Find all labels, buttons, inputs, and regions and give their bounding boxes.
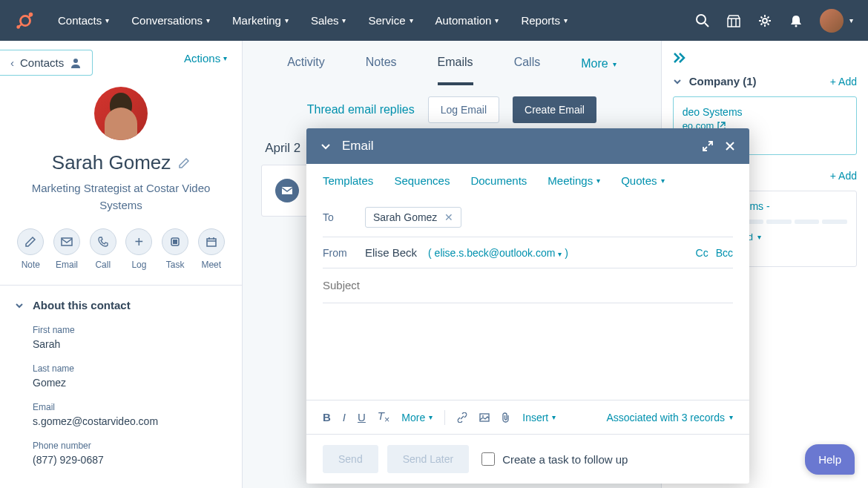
expand-icon[interactable] <box>673 52 857 64</box>
email-icon <box>275 179 299 202</box>
add-company[interactable]: + Add <box>830 76 857 88</box>
sequences-link[interactable]: Sequences <box>394 174 450 187</box>
follow-up-checkbox[interactable] <box>481 452 495 466</box>
compose-title: Email <box>342 139 691 154</box>
compose-textarea[interactable] <box>323 303 733 400</box>
log-button[interactable]: +Log <box>123 228 155 270</box>
meet-button[interactable]: Meet <box>195 228 227 270</box>
settings-icon[interactable] <box>757 13 772 28</box>
format-more[interactable]: More▾ <box>401 412 433 423</box>
last-name-label: Last name <box>33 363 227 374</box>
help-button[interactable]: Help <box>805 444 855 475</box>
attach-icon[interactable] <box>502 412 510 423</box>
insert-dropdown[interactable]: Insert▾ <box>522 412 556 423</box>
to-chip[interactable]: Sarah Gomez✕ <box>365 207 461 228</box>
cc-link[interactable]: Cc <box>696 247 708 259</box>
clear-format-icon[interactable]: T× <box>378 409 389 425</box>
about-section: About this contact First nameSarah Last … <box>0 285 242 479</box>
note-button[interactable]: Note <box>15 228 47 270</box>
nav-marketing[interactable]: Marketing▾ <box>232 14 289 27</box>
underline-icon[interactable]: U <box>358 411 366 423</box>
create-email-button[interactable]: Create Email <box>513 96 596 123</box>
phone-label: Phone number <box>33 441 227 451</box>
add-deal[interactable]: + Add <box>830 170 857 182</box>
tab-activity[interactable]: Activity <box>287 56 325 85</box>
nav-automation[interactable]: Automation▾ <box>435 14 499 27</box>
call-button[interactable]: Call <box>87 228 119 270</box>
nav-conversations[interactable]: Conversations▾ <box>131 14 210 27</box>
tab-more[interactable]: More▾ <box>581 56 616 85</box>
expand-icon[interactable] <box>702 140 714 152</box>
svg-rect-7 <box>728 19 740 27</box>
italic-icon[interactable]: I <box>343 411 346 423</box>
user-menu[interactable]: ▾ <box>820 9 853 33</box>
format-bar: B I U T× More▾ Insert▾ Associated with 3… <box>306 400 749 434</box>
collapse-icon[interactable] <box>320 140 332 152</box>
log-email-button[interactable]: Log Email <box>428 96 499 123</box>
close-icon[interactable] <box>724 140 736 152</box>
tab-notes[interactable]: Notes <box>366 56 397 85</box>
from-email[interactable]: ( elise.s.beck@outlook.com ▾ ) <box>428 247 568 259</box>
about-header[interactable]: About this contact <box>15 299 227 311</box>
svg-point-10 <box>763 19 767 23</box>
email-label: Email <box>33 402 227 412</box>
follow-up-label: Create a task to follow up <box>502 453 628 466</box>
documents-link[interactable]: Documents <box>470 174 527 187</box>
nav-contacts[interactable]: Contacts▾ <box>58 14 109 27</box>
first-name-value[interactable]: Sarah <box>33 338 227 350</box>
svg-rect-15 <box>173 240 177 244</box>
phone-value[interactable]: (877) 929-0687 <box>33 454 227 466</box>
chevron-down-icon <box>673 77 682 86</box>
tabs: Activity Notes Emails Calls More▾ <box>257 41 646 86</box>
compose-header: Email <box>306 128 749 164</box>
to-row: To Sarah Gomez✕ <box>323 198 733 237</box>
svg-line-3 <box>19 24 22 26</box>
svg-point-12 <box>73 59 78 63</box>
marketplace-icon[interactable] <box>726 13 741 28</box>
nav-service[interactable]: Service▾ <box>368 14 412 27</box>
actions-dropdown[interactable]: Actions▾ <box>184 52 227 65</box>
svg-point-11 <box>795 24 798 27</box>
contact-name: Sarah Gomez <box>52 151 190 174</box>
nav-sales[interactable]: Sales▾ <box>311 14 346 27</box>
task-button[interactable]: Task <box>160 228 191 270</box>
nav-items: Contacts▾ Conversations▾ Marketing▾ Sale… <box>58 14 695 27</box>
email-value[interactable]: s.gomez@costarvideo.com <box>33 415 227 427</box>
company-name: deo Systems <box>683 106 847 118</box>
contact-card: Sarah Gomez Marketing Strategist at Cost… <box>0 76 242 285</box>
image-icon[interactable] <box>479 413 490 422</box>
send-later-button[interactable]: Send Later <box>387 445 470 473</box>
meetings-link[interactable]: Meetings▾ <box>548 174 600 187</box>
notifications-icon[interactable] <box>789 13 803 28</box>
tab-emails[interactable]: Emails <box>438 56 473 85</box>
last-name-value[interactable]: Gomez <box>33 377 227 389</box>
from-name: Elise Beck <box>365 246 417 259</box>
tab-calls[interactable]: Calls <box>514 56 541 85</box>
back-to-contacts[interactable]: ‹ Contacts <box>0 50 93 76</box>
action-row: Note Email Call +Log Task Meet <box>15 228 227 270</box>
svg-point-5 <box>697 15 706 24</box>
svg-line-4 <box>29 16 30 17</box>
nav-reports[interactable]: Reports▾ <box>521 14 568 27</box>
search-icon[interactable] <box>695 13 710 28</box>
top-nav: Contacts▾ Conversations▾ Marketing▾ Sale… <box>0 0 868 41</box>
remove-chip-icon[interactable]: ✕ <box>444 211 453 223</box>
thread-toggle[interactable]: Thread email replies <box>307 103 415 116</box>
svg-line-6 <box>705 23 708 27</box>
bold-icon[interactable]: B <box>323 411 331 423</box>
link-icon[interactable] <box>457 412 467 423</box>
bcc-link[interactable]: Bcc <box>716 247 733 259</box>
hubspot-logo[interactable] <box>15 10 36 31</box>
email-button[interactable]: Email <box>51 228 83 270</box>
contact-avatar[interactable] <box>94 87 148 140</box>
svg-rect-20 <box>282 187 292 194</box>
associated-records[interactable]: Associated with 3 records▾ <box>606 412 733 423</box>
to-label: To <box>323 211 354 223</box>
edit-icon[interactable] <box>178 157 190 169</box>
compose-modal: Email Templates Sequences Documents Meet… <box>306 128 749 484</box>
quotes-link[interactable]: Quotes▾ <box>621 174 664 187</box>
send-button[interactable]: Send <box>323 445 378 473</box>
templates-link[interactable]: Templates <box>323 174 373 187</box>
company-header[interactable]: Company (1) <box>673 75 757 88</box>
subject-input[interactable] <box>323 279 733 291</box>
